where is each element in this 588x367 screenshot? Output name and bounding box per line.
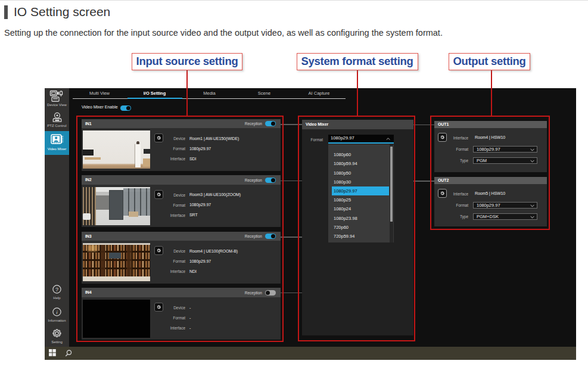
- svg-text:i: i: [56, 309, 58, 315]
- svg-text:?: ?: [55, 287, 58, 293]
